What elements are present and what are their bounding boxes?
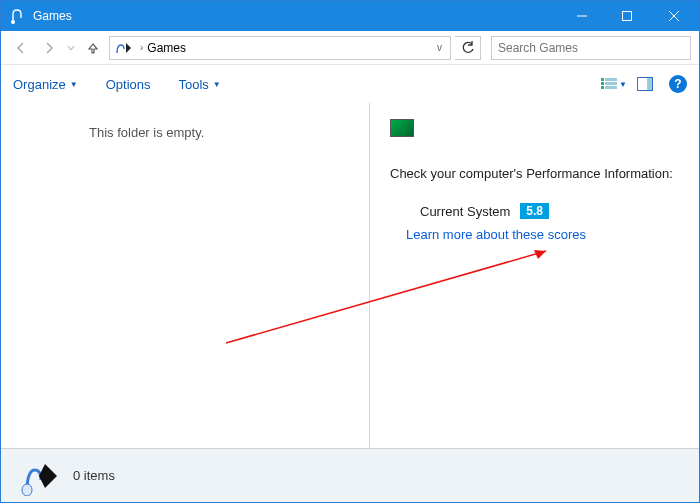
tools-menu[interactable]: Tools▼: [178, 77, 220, 92]
score-row: Current System 5.8: [420, 203, 679, 219]
svg-rect-8: [605, 82, 617, 85]
explorer-window: Games › Games: [0, 0, 700, 503]
svg-point-15: [22, 484, 32, 496]
recent-dropdown[interactable]: [65, 36, 77, 60]
preview-pane-icon: [637, 77, 653, 91]
folder-view[interactable]: This folder is empty.: [1, 103, 369, 448]
score-label: Current System: [420, 204, 510, 219]
svg-rect-12: [647, 78, 652, 90]
back-button[interactable]: [9, 36, 33, 60]
performance-info-label: Check your computer's Performance Inform…: [390, 165, 679, 183]
minimize-button[interactable]: [559, 1, 604, 31]
address-dropdown-icon[interactable]: v: [433, 42, 446, 53]
svg-rect-6: [605, 78, 617, 81]
games-breadcrumb-icon: [114, 40, 132, 56]
window-title: Games: [33, 9, 72, 23]
titlebar: Games: [1, 1, 699, 31]
content-area: This folder is empty. Check your compute…: [1, 103, 699, 448]
help-button[interactable]: ?: [669, 75, 687, 93]
preview-pane-button[interactable]: [637, 77, 653, 91]
forward-button[interactable]: [37, 36, 61, 60]
up-button[interactable]: [81, 36, 105, 60]
svg-rect-5: [601, 78, 604, 81]
command-bar: Organize▼ Options Tools▼ ▼ ?: [1, 65, 699, 103]
search-input[interactable]: [492, 41, 690, 55]
preview-thumbnail: [390, 119, 414, 137]
svg-rect-2: [622, 12, 631, 21]
item-count: 0 items: [73, 468, 115, 483]
maximize-button[interactable]: [604, 1, 649, 31]
refresh-button[interactable]: [455, 36, 481, 60]
chevron-right-icon: ›: [140, 42, 143, 53]
score-value-badge: 5.8: [520, 203, 549, 219]
view-icon: [601, 77, 617, 91]
games-title-icon: [9, 8, 25, 24]
close-button[interactable]: [649, 1, 699, 31]
address-bar[interactable]: › Games v: [109, 36, 451, 60]
breadcrumb-item[interactable]: Games: [147, 41, 186, 55]
preview-pane: Check your computer's Performance Inform…: [369, 103, 699, 448]
svg-rect-10: [605, 86, 617, 89]
organize-menu[interactable]: Organize▼: [13, 77, 78, 92]
games-large-icon: [17, 456, 57, 496]
learn-more-link[interactable]: Learn more about these scores: [406, 227, 679, 242]
empty-folder-message: This folder is empty.: [89, 125, 351, 140]
change-view-button[interactable]: ▼: [601, 77, 627, 91]
svg-rect-9: [601, 86, 604, 89]
status-bar: 0 items: [1, 448, 699, 502]
svg-rect-7: [601, 82, 604, 85]
search-box[interactable]: [491, 36, 691, 60]
svg-point-0: [11, 20, 15, 24]
nav-row: › Games v: [1, 31, 699, 65]
options-menu[interactable]: Options: [106, 77, 151, 92]
